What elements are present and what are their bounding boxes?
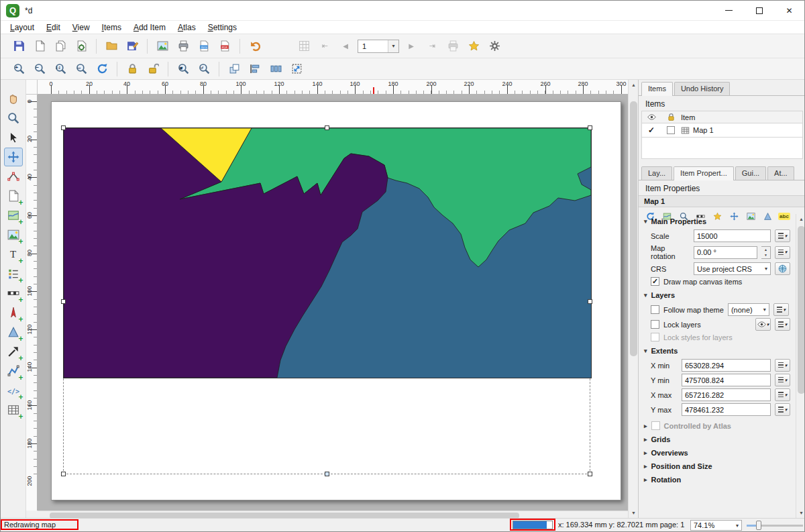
tab-guides[interactable]: Gui... bbox=[735, 166, 766, 180]
add-node-item-tool[interactable] bbox=[4, 362, 23, 380]
menu-edit[interactable]: Edit bbox=[41, 21, 66, 34]
zoom-actual-size-icon[interactable]: 1:1 bbox=[52, 60, 69, 78]
add-north-arrow-tool[interactable] bbox=[4, 303, 23, 322]
ymax-input[interactable] bbox=[682, 403, 771, 416]
scroll-down-icon[interactable]: ▼ bbox=[629, 508, 639, 518]
new-layout-icon[interactable] bbox=[31, 38, 48, 55]
edit-nodes-item-tool[interactable] bbox=[4, 167, 23, 186]
zoom-to-selection-icon[interactable]: ▣ bbox=[174, 60, 192, 78]
map-theme-select[interactable]: (none) ▾ bbox=[728, 303, 769, 316]
atlas-page-spinner[interactable]: 1 ▾ bbox=[358, 40, 399, 53]
print-atlas-icon[interactable] bbox=[444, 38, 462, 55]
map-item-label[interactable]: Map 1 bbox=[693, 126, 714, 134]
save-as-template-icon[interactable] bbox=[123, 38, 141, 55]
section-extents[interactable]: ▾ Extents bbox=[639, 343, 796, 357]
resize-handle-sw[interactable] bbox=[61, 472, 66, 476]
add-legend-tool[interactable] bbox=[4, 264, 23, 283]
maximize-button[interactable] bbox=[744, 1, 774, 20]
select-crs-button[interactable] bbox=[775, 262, 790, 275]
tab-items[interactable]: Items bbox=[641, 82, 673, 96]
map-rotation-input[interactable] bbox=[694, 246, 757, 259]
duplicate-layout-icon[interactable] bbox=[52, 38, 69, 55]
tab-atlas[interactable]: At... bbox=[767, 166, 794, 180]
undo-icon[interactable] bbox=[246, 38, 264, 55]
map-item[interactable] bbox=[63, 127, 590, 474]
zoom-full-icon[interactable]: ▭ bbox=[72, 60, 90, 78]
tab-undo-history[interactable]: Undo History bbox=[674, 82, 731, 95]
chevron-down-icon[interactable]: ▾ bbox=[388, 40, 398, 52]
close-button[interactable]: ✕ bbox=[774, 1, 804, 20]
previous-feature-icon[interactable]: ◀ bbox=[337, 38, 354, 55]
menu-items[interactable]: Items bbox=[97, 21, 127, 34]
menu-view[interactable]: View bbox=[67, 21, 95, 34]
data-defined-override-button[interactable]: ▾ bbox=[775, 374, 790, 386]
resize-handle-s[interactable] bbox=[325, 472, 329, 476]
section-controlled-by-atlas[interactable]: ▸ Controlled by Atlas bbox=[639, 418, 796, 432]
data-defined-override-button[interactable]: ▾ bbox=[775, 403, 790, 416]
data-defined-override-button[interactable]: ▾ bbox=[775, 246, 790, 259]
controlled-by-atlas-checkbox[interactable] bbox=[651, 421, 660, 430]
canvas-vertical-scrollbar[interactable]: ▲ ▼ bbox=[628, 80, 638, 518]
first-feature-icon[interactable]: ⇤ bbox=[316, 38, 333, 55]
xmin-input[interactable] bbox=[682, 359, 771, 372]
items-table-row-map1[interactable]: ✓ Map 1 bbox=[641, 123, 803, 138]
add-arrow-tool[interactable] bbox=[4, 342, 23, 361]
lock-styles-checkbox[interactable] bbox=[651, 333, 659, 341]
tab-layers[interactable]: Lay... bbox=[641, 166, 672, 180]
zoom-slider[interactable] bbox=[747, 525, 803, 527]
resize-handle-se[interactable] bbox=[588, 472, 592, 476]
scroll-thumb[interactable] bbox=[630, 101, 637, 356]
properties-scrollbar[interactable]: ▲ ▼ bbox=[796, 214, 805, 518]
add-html-frame-tool[interactable] bbox=[4, 381, 23, 400]
section-layers[interactable]: ▾ Layers bbox=[639, 288, 796, 301]
data-defined-override-button[interactable]: ▾ bbox=[775, 318, 790, 331]
atlas-settings-icon[interactable] bbox=[465, 38, 482, 55]
scroll-down-icon[interactable]: ▼ bbox=[796, 508, 805, 518]
lock-checkbox[interactable] bbox=[667, 126, 675, 134]
scale-input[interactable] bbox=[694, 229, 771, 242]
locked-layers-eye-button[interactable]: ▾ bbox=[755, 318, 771, 331]
add-attribute-table-tool[interactable] bbox=[4, 401, 23, 419]
zoom-last-icon[interactable]: ↺ bbox=[195, 60, 213, 78]
scroll-up-icon[interactable]: ▲ bbox=[629, 80, 639, 90]
section-main-properties[interactable]: ▾ Main Properties bbox=[639, 214, 796, 227]
zoom-in-icon[interactable]: + bbox=[10, 60, 28, 78]
distribute-selected-items-icon[interactable] bbox=[267, 60, 284, 78]
add-page-tool[interactable] bbox=[4, 187, 23, 205]
layout-canvas[interactable] bbox=[38, 95, 628, 511]
print-layout-icon[interactable] bbox=[174, 38, 192, 55]
resize-handle-ne[interactable] bbox=[588, 125, 592, 130]
menu-add-item[interactable]: Add Item bbox=[128, 21, 171, 34]
data-defined-override-button[interactable]: ▾ bbox=[775, 359, 790, 372]
resize-handle-w[interactable] bbox=[61, 299, 66, 304]
add-shape-tool[interactable] bbox=[4, 323, 23, 341]
visibility-checkmark-icon[interactable]: ✓ bbox=[648, 125, 655, 135]
atlas-options-icon[interactable] bbox=[486, 38, 503, 55]
move-item-content-tool[interactable] bbox=[4, 148, 23, 166]
section-grids[interactable]: ▸ Grids bbox=[639, 432, 796, 445]
resize-selected-items-icon[interactable] bbox=[288, 60, 305, 78]
layout-manager-icon[interactable] bbox=[72, 38, 90, 55]
lock-layers-checkbox[interactable] bbox=[651, 320, 659, 329]
resize-handle-nw[interactable] bbox=[61, 125, 66, 130]
resize-handle-e[interactable] bbox=[588, 299, 592, 304]
xmax-input[interactable] bbox=[682, 388, 771, 401]
next-feature-icon[interactable]: ▶ bbox=[402, 38, 420, 55]
zoom-tool[interactable] bbox=[4, 109, 23, 127]
section-overviews[interactable]: ▸ Overviews bbox=[639, 445, 796, 459]
zoom-out-icon[interactable]: − bbox=[31, 60, 48, 78]
export-as-image-icon[interactable] bbox=[154, 38, 171, 55]
add-picture-tool[interactable] bbox=[4, 225, 23, 244]
data-defined-override-button[interactable]: ▾ bbox=[773, 303, 789, 316]
follow-map-theme-checkbox[interactable] bbox=[651, 305, 659, 314]
menu-atlas[interactable]: Atlas bbox=[172, 21, 201, 34]
ymin-input[interactable] bbox=[682, 374, 771, 386]
raise-selected-items-icon[interactable] bbox=[225, 60, 243, 78]
align-selected-items-icon[interactable] bbox=[246, 60, 264, 78]
crs-select[interactable]: Use project CRS ▾ bbox=[694, 262, 771, 275]
add-scale-bar-tool[interactable] bbox=[4, 284, 23, 303]
section-position-and-size[interactable]: ▸ Position and Size bbox=[639, 459, 796, 472]
scroll-up-icon[interactable]: ▲ bbox=[796, 214, 805, 224]
select-move-item-tool[interactable] bbox=[4, 128, 23, 147]
pan-layout-tool[interactable] bbox=[4, 89, 23, 108]
